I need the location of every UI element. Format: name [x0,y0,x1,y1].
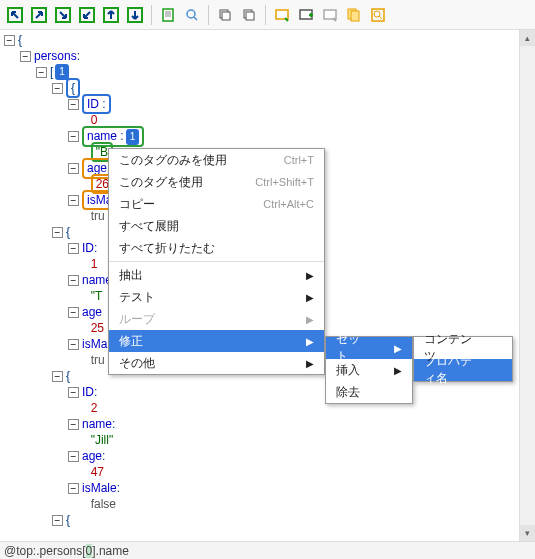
key-id[interactable]: ID [87,97,99,111]
submenu-arrow-icon: ▶ [394,365,402,376]
screen-yellow-icon[interactable] [271,4,293,26]
copy-icon[interactable] [214,4,236,26]
submenu-modify: セット▶ 挿入▶ 除去 [325,336,413,404]
menu-property-name[interactable]: プロパティ名 [414,359,512,381]
multi-doc-icon[interactable] [343,4,365,26]
screen-gray-icon[interactable] [319,4,341,26]
nav-bottom-left-icon[interactable] [76,4,98,26]
zoom-icon[interactable] [181,4,203,26]
submenu-arrow-icon: ▶ [306,292,314,303]
menu-expand-all[interactable]: すべて展開 [109,215,324,237]
key-age[interactable]: age [87,161,107,175]
expander-icon[interactable]: − [4,35,15,46]
menu-loop: ループ▶ [109,308,324,330]
svg-line-23 [379,16,382,19]
nav-top-left-icon[interactable] [4,4,26,26]
submenu-set: コンテンツ プロパティ名 [413,336,513,382]
menu-set[interactable]: セット▶ [326,337,412,359]
menu-use-this-tag-only[interactable]: このタグのみを使用Ctrl+T [109,149,324,171]
status-bar: @top:.persons[0].name [0,541,535,559]
svg-rect-20 [351,11,359,21]
svg-rect-16 [276,10,288,19]
menu-use-this-tag[interactable]: このタグを使用Ctrl+Shift+T [109,171,324,193]
vertical-scrollbar[interactable]: ▴ ▾ [519,30,535,541]
index-badge: 1 [55,64,69,80]
document-icon[interactable] [157,4,179,26]
menu-other[interactable]: その他▶ [109,352,324,374]
nav-bottom-right-icon[interactable] [52,4,74,26]
toolbar [0,0,535,30]
expander-icon[interactable]: − [36,67,47,78]
val-ismale[interactable]: tru [91,208,105,224]
svg-point-10 [187,10,195,18]
path-prefix: @top:.persons[ [4,544,86,558]
copy2-icon[interactable] [238,4,260,26]
svg-line-11 [194,17,197,20]
menu-copy[interactable]: コピーCtrl+Alt+C [109,193,324,215]
submenu-arrow-icon: ▶ [306,270,314,281]
key-persons[interactable]: persons [34,48,77,64]
submenu-arrow-icon: ▶ [306,358,314,369]
menu-collapse-all[interactable]: すべて折りたたむ [109,237,324,259]
menu-remove[interactable]: 除去 [326,381,412,403]
brace: { [18,32,22,48]
submenu-arrow-icon: ▶ [306,336,314,347]
svg-rect-6 [163,9,173,21]
submenu-arrow-icon: ▶ [394,343,402,354]
key-name[interactable]: name [87,129,117,143]
search-yellow-icon[interactable] [367,4,389,26]
context-menu: このタグのみを使用Ctrl+T このタグを使用Ctrl+Shift+T コピーC… [108,148,325,375]
bracket: [ [50,64,53,80]
scroll-down-icon[interactable]: ▾ [520,525,535,541]
nav-down-icon[interactable] [124,4,146,26]
screen-plus-icon[interactable] [295,4,317,26]
expander-icon[interactable]: − [20,51,31,62]
scroll-up-icon[interactable]: ▴ [520,30,535,46]
path-suffix: ].name [92,544,129,558]
menu-test[interactable]: テスト▶ [109,286,324,308]
nav-up-icon[interactable] [100,4,122,26]
submenu-arrow-icon: ▶ [306,314,314,325]
menu-extract[interactable]: 抽出▶ [109,264,324,286]
svg-rect-13 [222,12,230,20]
val-name[interactable]: "B [96,145,108,159]
svg-rect-18 [324,10,336,19]
menu-modify[interactable]: 修正▶ [109,330,324,352]
svg-rect-15 [246,12,254,20]
nav-top-right-icon[interactable] [28,4,50,26]
